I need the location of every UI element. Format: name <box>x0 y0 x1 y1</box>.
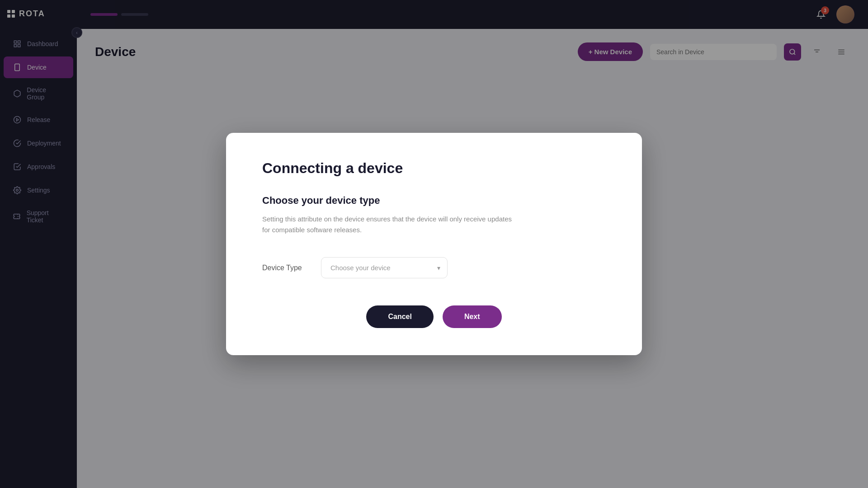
cancel-button[interactable]: Cancel <box>366 305 433 328</box>
modal-overlay: Connecting a device Choose your device t… <box>0 0 868 488</box>
modal-dialog: Connecting a device Choose your device t… <box>226 133 642 355</box>
device-type-form-row: Device Type Choose your device ▾ <box>262 257 606 278</box>
device-type-select-container: Choose your device ▾ <box>321 257 448 278</box>
device-type-select[interactable]: Choose your device <box>321 257 448 278</box>
next-button[interactable]: Next <box>443 305 502 328</box>
modal-title: Connecting a device <box>262 160 606 177</box>
modal-description: Setting this attribute on the device ens… <box>262 214 515 235</box>
modal-actions: Cancel Next <box>262 305 606 328</box>
device-type-label: Device Type <box>262 264 307 272</box>
modal-subtitle: Choose your device type <box>262 195 606 206</box>
